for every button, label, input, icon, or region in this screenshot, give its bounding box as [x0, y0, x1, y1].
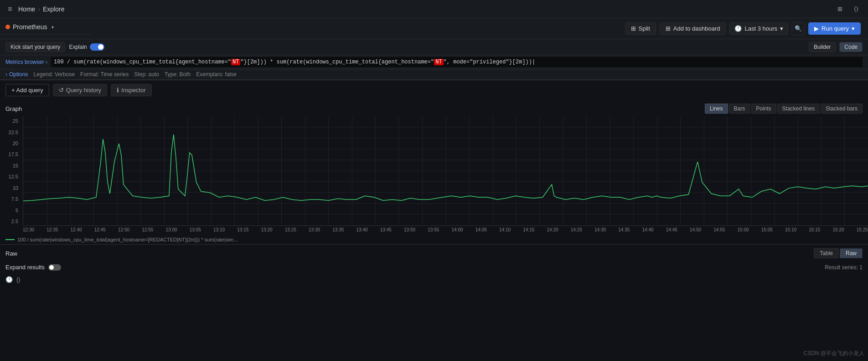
options-toggle[interactable]: › Options — [5, 71, 28, 78]
code-button[interactable]: Code — [839, 42, 863, 52]
ds-right-controls: ⊞ Split ⊞ Add to dashboard 🕐 Last 3 hour… — [625, 22, 861, 35]
x-label-35: 15:25 — [857, 227, 868, 232]
query-kickstart-row: Kick start your query Explain Builder Co… — [0, 39, 868, 55]
x-label-5: 12:55 — [142, 227, 153, 232]
step-tag: Step: auto — [134, 71, 159, 78]
x-label-11: 13:25 — [285, 227, 296, 232]
options-label: Options — [9, 71, 28, 78]
dashboard-icon: ⊞ — [666, 25, 671, 32]
share-icon[interactable]: ⟨⟩ — [850, 3, 863, 16]
home-link[interactable]: Home — [18, 5, 35, 13]
graph-header: Graph Lines Bars Points Stacked lines St… — [0, 104, 868, 116]
watermark: CSDN @不会飞的小龙人 — [803, 350, 864, 357]
builder-button[interactable]: Builder — [809, 42, 836, 52]
time-icon[interactable]: 🕐 — [5, 276, 13, 283]
x-label-1: 12:35 — [46, 227, 58, 232]
mode-stacked-bars-button[interactable]: Stacked bars — [821, 104, 863, 114]
x-label-8: 13:10 — [213, 227, 225, 232]
x-label-32: 15:10 — [785, 227, 796, 232]
kick-start-button[interactable]: Kick start your query — [5, 42, 65, 52]
mode-lines-button[interactable]: Lines — [705, 104, 728, 114]
graph-section: Graph Lines Bars Points Stacked lines St… — [0, 100, 868, 245]
x-label-22: 14:20 — [547, 227, 558, 232]
zoom-out-icon[interactable]: 🔍 — [792, 22, 805, 35]
x-label-29: 14:55 — [713, 227, 725, 232]
x-label-4: 12:50 — [118, 227, 129, 232]
x-label-17: 13:55 — [428, 227, 439, 232]
mode-bars-button[interactable]: Bars — [729, 104, 750, 114]
query-history-button[interactable]: ↺ Query history — [53, 84, 107, 96]
top-nav: ≡ Home › Explore ⊞ ⟨⟩ — [0, 0, 868, 18]
inspector-button[interactable]: ℹ Inspector — [111, 84, 151, 96]
legend-color-line — [5, 239, 15, 240]
time-range-button[interactable]: 🕐 Last 3 hours ▾ — [729, 22, 788, 35]
split-button[interactable]: ⊞ Split — [625, 22, 656, 35]
y-label-3: 10 — [0, 185, 21, 191]
options-row: › Options Legend: Verbose Format: Time s… — [0, 69, 868, 80]
y-label-7: 20 — [0, 141, 21, 146]
split-label: Split — [639, 25, 650, 32]
graph-title: Graph — [5, 105, 22, 112]
add-dashboard-label: Add to dashboard — [673, 25, 720, 32]
chevron-right-icon: › — [5, 71, 7, 78]
x-label-27: 14:45 — [666, 227, 677, 232]
datasource-dropdown-icon[interactable]: ▾ — [52, 25, 54, 30]
add-query-button[interactable]: + Add query — [5, 84, 49, 96]
raw-header: Raw Table Raw — [5, 248, 863, 258]
query-suffix: ", mode="privileged"}[2m]))| — [444, 59, 536, 65]
x-label-10: 13:20 — [261, 227, 273, 232]
x-label-20: 14:10 — [499, 227, 511, 232]
x-label-6: 13:00 — [166, 227, 177, 232]
run-query-button[interactable]: ▶ Run query ▾ — [808, 22, 861, 35]
nav-right: ⊞ ⟨⟩ — [833, 3, 863, 16]
raw-controls: Expand results Result series: 1 — [5, 262, 863, 272]
mode-points-button[interactable]: Points — [751, 104, 776, 114]
expand-results-label: Expand results — [5, 264, 45, 271]
x-label-3: 12:45 — [94, 227, 106, 232]
x-label-2: 12:40 — [71, 227, 82, 232]
datasource-name: Prometheus — [13, 23, 47, 31]
x-label-25: 14:35 — [618, 227, 630, 232]
x-label-0: 12:30 — [23, 227, 34, 232]
y-label-2: 7.5 — [0, 196, 21, 202]
raw-button[interactable]: Raw — [840, 248, 863, 258]
expand-results-toggle[interactable] — [48, 264, 61, 271]
clock-icon: 🕐 — [734, 25, 742, 32]
explore-link[interactable]: Explore — [43, 5, 64, 13]
legend-tag: Legend: Verbose — [33, 71, 75, 78]
x-label-31: 15:05 — [761, 227, 773, 232]
hamburger-icon[interactable]: ≡ — [5, 5, 15, 14]
x-label-26: 14:40 — [642, 227, 654, 232]
raw-section: Raw Table Raw Expand results Result seri… — [0, 245, 868, 290]
x-label-15: 13:45 — [380, 227, 392, 232]
y-label-0: 2.5 — [0, 219, 21, 224]
metrics-browser-link[interactable]: Metrics browser › — [5, 59, 47, 65]
mode-stacked-lines-button[interactable]: Stacked lines — [777, 104, 820, 114]
x-label-14: 13:40 — [356, 227, 368, 232]
x-label-34: 15:20 — [833, 227, 844, 232]
table-button[interactable]: Table — [814, 248, 839, 258]
query-input-display[interactable]: 100 / sum(rate(windows_cpu_time_total{ag… — [51, 57, 863, 67]
explain-toggle[interactable]: Explain — [69, 43, 104, 51]
metrics-chevron-icon: › — [46, 59, 47, 65]
datasource-bar: ▾ A (Prometheus) ⊞ Split ⊞ Add to dashbo… — [0, 18, 868, 39]
chevron-down-icon: ▾ — [780, 25, 783, 32]
datasource-label-bar: Prometheus ▾ — [0, 20, 91, 35]
metrics-browser-row: Metrics browser › 100 / sum(rate(windows… — [0, 55, 868, 69]
explain-toggle-switch[interactable] — [90, 43, 104, 51]
x-label-9: 13:15 — [237, 227, 248, 232]
x-label-18: 14:00 — [452, 227, 463, 232]
exemplars-tag: Exemplars: false — [196, 71, 237, 78]
split-icon: ⊞ — [631, 25, 636, 32]
hostname-redacted-1: NT — [231, 59, 240, 65]
history-icon: ↺ — [59, 87, 64, 94]
query-middle: "}[2m])) * sum(rate(windows_cpu_time_tot… — [240, 59, 434, 65]
y-label-6: 17.5 — [0, 152, 21, 157]
braces-icon[interactable]: {} — [16, 276, 21, 283]
monitor-icon[interactable]: ⊞ — [833, 3, 846, 16]
chart-area — [23, 116, 868, 226]
add-dashboard-button[interactable]: ⊞ Add to dashboard — [660, 22, 726, 35]
chart-legend: 100 / sum(rate(windows_cpu_time_total{ag… — [0, 235, 868, 244]
x-label-12: 13:30 — [309, 227, 320, 232]
x-axis: 12:30 12:35 12:40 12:45 12:50 12:55 13:0… — [23, 226, 868, 232]
